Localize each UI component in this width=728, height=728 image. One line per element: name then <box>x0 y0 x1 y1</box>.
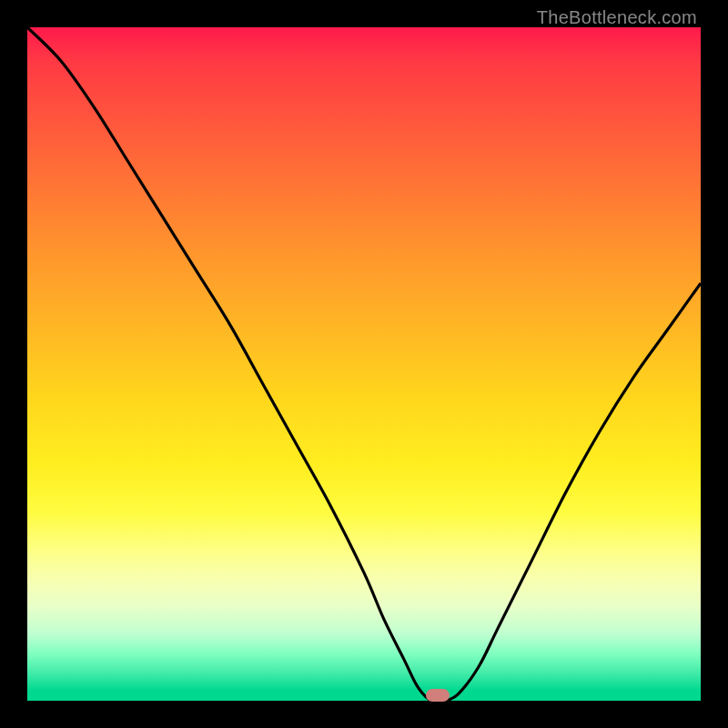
curve-svg <box>27 27 701 701</box>
optimal-point-marker <box>426 689 450 702</box>
chart-plot-area <box>27 27 701 701</box>
watermark-text: TheBottleneck.com <box>537 7 697 28</box>
bottleneck-curve-line <box>27 27 701 701</box>
